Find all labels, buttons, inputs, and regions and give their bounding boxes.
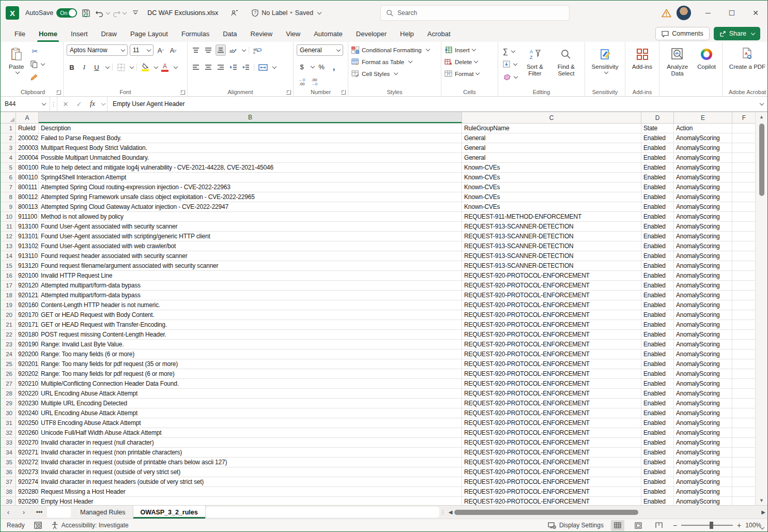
row-number-13[interactable]: 13 [1, 241, 16, 251]
decrease-font-size-button[interactable]: Av [168, 44, 178, 56]
cell-B26[interactable]: Range: Too many fields for pdf request (… [39, 369, 462, 379]
cell-D20[interactable]: Enabled [641, 310, 674, 320]
increase-decimal-button[interactable]: ←0.00 [297, 77, 307, 88]
find-select-button[interactable]: Find & Select [551, 44, 581, 79]
column-header-F[interactable]: F [732, 112, 756, 123]
fill-color-button[interactable] [140, 62, 150, 73]
tab-splitter-handle[interactable]: ⋮ [439, 506, 447, 519]
cell-D16[interactable]: Enabled [641, 271, 674, 281]
cell-A22[interactable]: 920180 [16, 330, 39, 340]
row-number-31[interactable]: 31 [1, 418, 16, 428]
sheet-tab-owasp-3-2-rules[interactable]: OWASP_3_2_rules [133, 506, 206, 519]
cell-B39[interactable]: Empty Host Header [39, 497, 462, 505]
cell-E31[interactable]: AnomalyScoring [674, 418, 732, 428]
cell-A16[interactable]: 920100 [16, 271, 39, 281]
cell-A23[interactable]: 920190 [16, 340, 39, 349]
cell-E27[interactable]: AnomalyScoring [674, 379, 732, 389]
cell-E30[interactable]: AnomalyScoring [674, 408, 732, 418]
cell-C14[interactable]: REQUEST-913-SCANNER-DETECTION [462, 251, 641, 261]
row-number-18[interactable]: 18 [1, 291, 16, 300]
column-header-B[interactable]: B [39, 112, 462, 123]
cell-A9[interactable]: 800113 [16, 202, 39, 212]
cell-styles-button[interactable]: Cell Styles [351, 68, 397, 79]
horizontal-scroll-thumb[interactable] [454, 510, 638, 515]
page-break-view-button[interactable] [652, 520, 666, 531]
cell-D11[interactable]: Enabled [641, 222, 674, 232]
cell-D25[interactable]: Enabled [641, 359, 674, 369]
cell-F31[interactable] [732, 418, 755, 428]
cell-F7[interactable] [732, 183, 755, 192]
vertical-scroll-thumb[interactable] [759, 124, 764, 196]
cell-D17[interactable]: Enabled [641, 281, 674, 291]
cell-F5[interactable] [732, 163, 755, 173]
format-as-table-button[interactable]: Format as Table [351, 56, 412, 67]
underline-button[interactable]: U [91, 62, 102, 73]
cell-A15[interactable]: 913120 [16, 261, 39, 271]
column-header-D[interactable]: D [641, 112, 674, 123]
cell-E23[interactable]: AnomalyScoring [674, 340, 732, 349]
format-painter-button[interactable] [29, 71, 46, 83]
addins-button[interactable]: Add-ins [629, 44, 655, 72]
cell-C22[interactable]: REQUEST-920-PROTOCOL-ENFORCEMENT [462, 330, 641, 340]
cell-B23[interactable]: Range: Invalid Last Byte Value. [39, 340, 462, 349]
cell-A2[interactable]: 200002 [16, 133, 39, 143]
close-button[interactable]: ✕ [744, 1, 767, 25]
ribbon-tab-help[interactable]: Help [393, 25, 421, 42]
autosave-control[interactable]: AutoSave On [25, 8, 77, 18]
cell-C15[interactable]: REQUEST-913-SCANNER-DETECTION [462, 261, 641, 271]
cell-F36[interactable] [732, 467, 755, 477]
row-number-14[interactable]: 14 [1, 251, 16, 261]
cell-F14[interactable] [732, 251, 755, 261]
cell-C29[interactable]: REQUEST-920-PROTOCOL-ENFORCEMENT [462, 399, 641, 408]
cell-E26[interactable]: AnomalyScoring [674, 369, 732, 379]
cell-A39[interactable]: 920290 [16, 497, 39, 505]
fill-button[interactable] [501, 58, 519, 70]
cell-D23[interactable]: Enabled [641, 340, 674, 349]
cell-A32[interactable]: 920260 [16, 428, 39, 438]
conditional-formatting-dropdown-icon[interactable] [425, 47, 429, 51]
orientation-button[interactable]: ab [228, 44, 238, 56]
cell-B4[interactable]: Possible Multipart Unmatched Boundary. [39, 153, 462, 163]
ribbon-tab-review[interactable]: Review [244, 25, 280, 42]
cell-styles-dropdown-icon[interactable] [394, 71, 398, 75]
cell-F8[interactable] [732, 192, 755, 202]
cell-E19[interactable]: AnomalyScoring [674, 300, 732, 310]
italic-button[interactable]: I [79, 62, 89, 73]
macro-record-icon[interactable] [34, 522, 42, 529]
row-number-17[interactable]: 17 [1, 281, 16, 291]
cell-A19[interactable]: 920160 [16, 300, 39, 310]
percent-style-button[interactable]: % [316, 61, 327, 72]
paste-dropdown-icon[interactable] [15, 70, 19, 74]
cell-E22[interactable]: AnomalyScoring [674, 330, 732, 340]
row-number-9[interactable]: 9 [1, 202, 16, 212]
cell-A8[interactable]: 800112 [16, 192, 39, 202]
zoom-out-button[interactable]: − [673, 521, 677, 529]
excel-logo-icon[interactable]: X [6, 6, 19, 20]
sheet-tab-managed-rules[interactable]: Managed Rules [73, 506, 133, 519]
cell-F16[interactable] [732, 271, 755, 281]
cell-D12[interactable]: Enabled [641, 232, 674, 241]
cell-A11[interactable]: 913100 [16, 222, 39, 232]
cell-D37[interactable]: Enabled [641, 477, 674, 487]
cell-D36[interactable]: Enabled [641, 467, 674, 477]
cell-C19[interactable]: REQUEST-920-PROTOCOL-ENFORCEMENT [462, 300, 641, 310]
cell-F38[interactable] [732, 487, 755, 497]
cell-B19[interactable]: Content-Length HTTP header is not numeri… [39, 300, 462, 310]
cell-D24[interactable]: Enabled [641, 349, 674, 359]
cell-C11[interactable]: REQUEST-913-SCANNER-DETECTION [462, 222, 641, 232]
cell-B25[interactable]: Range: Too many fields for pdf request (… [39, 359, 462, 369]
cell-B9[interactable]: Attempted Spring Cloud Gateway Actuator … [39, 202, 462, 212]
vertical-scrollbar[interactable]: ▲ ▼ [755, 112, 767, 505]
cell-E20[interactable]: AnomalyScoring [674, 310, 732, 320]
select-all-corner[interactable] [1, 112, 16, 123]
autosave-toggle[interactable]: On [56, 8, 77, 18]
cell-A30[interactable]: 920240 [16, 408, 39, 418]
normal-view-button[interactable] [611, 520, 624, 531]
row-number-22[interactable]: 22 [1, 330, 16, 340]
format-as-table-dropdown-icon[interactable] [408, 59, 412, 63]
cell-D1[interactable]: State [641, 124, 674, 133]
cell-E21[interactable]: AnomalyScoring [674, 320, 732, 330]
cell-E36[interactable]: AnomalyScoring [674, 467, 732, 477]
row-number-39[interactable]: 39 [1, 497, 16, 505]
formula-bar-handle[interactable]: ⋮ [50, 97, 57, 111]
